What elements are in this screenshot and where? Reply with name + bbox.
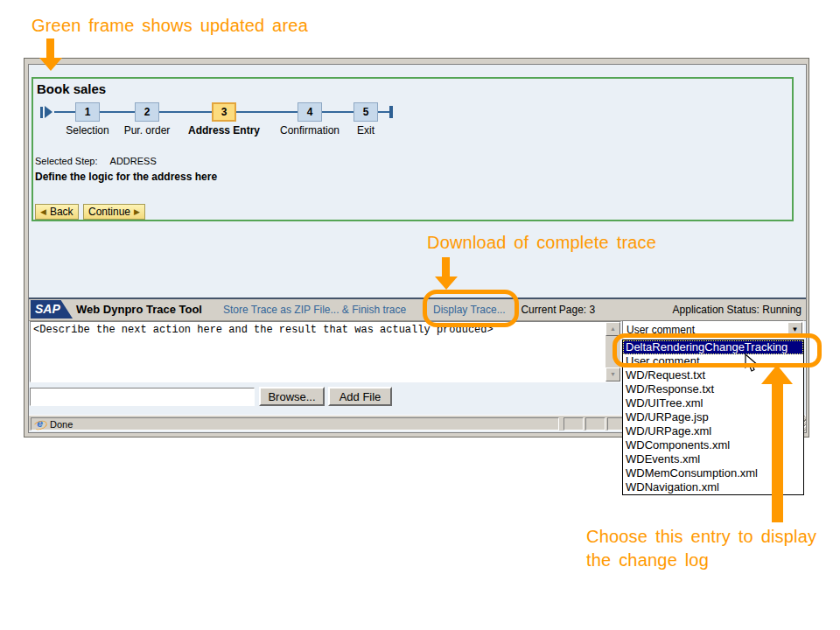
annotation-arrow2-shaft: [442, 257, 450, 277]
scroll-down-icon[interactable]: ▼: [606, 368, 620, 382]
app-title: Book sales: [37, 81, 106, 96]
roadmap-step-1[interactable]: 1: [75, 102, 100, 122]
continue-button-label: Continue: [88, 206, 130, 218]
annotation-choose-entry-line1: Choose this entry to display: [586, 525, 816, 549]
back-button[interactable]: ◀ Back: [35, 204, 79, 220]
roadmap-start-arrow-icon: [45, 106, 52, 118]
back-arrow-icon: ◀: [40, 208, 46, 216]
selected-step-value: ADDRESS: [110, 156, 157, 166]
roadmap-step-4[interactable]: 4: [298, 102, 322, 122]
back-button-label: Back: [50, 206, 74, 218]
file-path-input[interactable]: [30, 388, 255, 406]
roadmap-start-icon: [40, 107, 43, 118]
scroll-up-icon[interactable]: ▲: [606, 322, 620, 336]
roadmap-label-confirmation: Confirmation: [280, 124, 340, 136]
roadmap-end-icon: [389, 106, 393, 118]
annotation-arrow-up-shaft: [772, 383, 783, 522]
comment-textarea[interactable]: <Describe the next action here and the r…: [30, 321, 621, 382]
continue-arrow-icon: ▶: [134, 208, 140, 216]
step-instruction: Define the logic for the address here: [35, 171, 217, 183]
window-content: Book sales 1 2 3 4 5 Selection Pur. orde…: [28, 64, 807, 433]
continue-button[interactable]: Continue ▶: [83, 204, 145, 220]
roadmap-label-exit: Exit: [357, 124, 374, 136]
list-entry-highlight-circle: [612, 333, 822, 368]
browser-window: Book sales 1 2 3 4 5 Selection Pur. orde…: [24, 58, 809, 438]
selected-step-label: Selected Step:: [35, 156, 98, 166]
roadmap-label-address-entry: Address Entry: [188, 124, 260, 136]
browse-button[interactable]: Browse...: [259, 387, 325, 406]
roadmap-step-2[interactable]: 2: [135, 102, 159, 122]
status-pane-2: [585, 417, 606, 430]
annotation-arrow2-head: [435, 276, 458, 290]
sap-logo: SAP: [31, 300, 73, 318]
roadmap-step-3-selected[interactable]: 3: [212, 102, 236, 122]
internet-explorer-icon: e: [34, 418, 46, 430]
trace-tool-toolbar: SAP Web Dynpro Trace Tool Store Trace as…: [29, 298, 806, 321]
updated-area-green-frame: Book sales 1 2 3 4 5 Selection Pur. orde…: [32, 77, 794, 221]
annotation-choose-entry: Choose this entry to display the change …: [586, 525, 816, 572]
annotation-download-trace: Download of complete trace: [427, 233, 656, 253]
roadmap-label-selection: Selection: [66, 124, 108, 136]
status-text: Done: [50, 419, 73, 430]
annotation-arrow-up-head: [761, 365, 793, 384]
application-status: Application Status: Running: [673, 304, 802, 316]
roadmap-label-pur-order: Pur. order: [124, 124, 171, 136]
status-pane-main: e Done: [31, 417, 559, 430]
current-page-indicator: | Current Page: 3: [515, 304, 595, 316]
trace-tool-title: Web Dynpro Trace Tool: [76, 303, 202, 316]
store-trace-link[interactable]: Store Trace as ZIP File... & Finish trac…: [223, 304, 406, 316]
comment-text: <Describe the next action here and the r…: [33, 324, 603, 336]
annotation-arrow-down-shaft: [46, 38, 54, 59]
annotation-choose-entry-line2: the change log: [586, 549, 816, 572]
roadmap-step-5[interactable]: 5: [354, 102, 378, 122]
annotation-arrow-down-head: [39, 58, 62, 71]
add-file-button[interactable]: Add File: [328, 387, 392, 406]
selected-step-row: Selected Step:ADDRESS: [35, 156, 157, 166]
display-trace-highlight-circle: [423, 290, 519, 327]
status-pane-1: [564, 417, 584, 430]
annotation-green-frame: Green frame shows updated area: [32, 16, 308, 36]
